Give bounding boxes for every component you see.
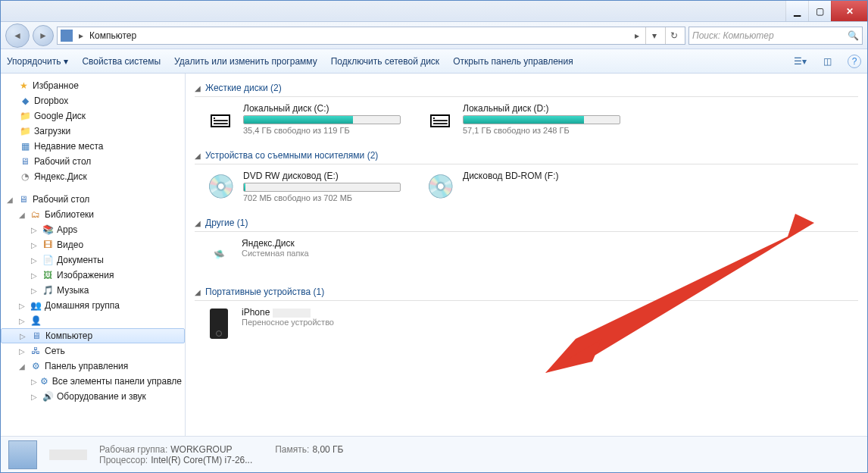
homegroup-icon: 👥 bbox=[30, 299, 42, 312]
chevron-icon: ▸ bbox=[76, 30, 86, 41]
section-header[interactable]: ◢Устройства со съемными носителями (2) bbox=[195, 147, 858, 164]
device-yandex-disk[interactable]: 🛸 Яндекс.Диск Системная папка bbox=[195, 238, 392, 271]
sidebar-item-desktop[interactable]: 🖥Рабочий стол bbox=[1, 154, 185, 169]
sidebar-item-apps[interactable]: ▷📚Apps bbox=[1, 222, 185, 237]
user-node[interactable]: ▷👤 bbox=[1, 313, 185, 328]
device-subtext: Переносное устройство bbox=[242, 318, 334, 327]
explorer-window: ▁ ▢ ✕ ◄ ► ▸ Компьютер ▸ ▾ ↻ Поиск: Компь… bbox=[0, 0, 868, 473]
network-node[interactable]: ▷🖧Сеть bbox=[1, 343, 185, 359]
sidebar-item-recent[interactable]: ▦Недавние места bbox=[1, 139, 185, 154]
capacity-bar bbox=[243, 183, 401, 192]
control-panel-node[interactable]: ◢⚙Панель управления bbox=[1, 359, 185, 374]
documents-icon: 📄 bbox=[42, 254, 54, 266]
chevron-icon: ▸ bbox=[632, 30, 642, 41]
chevron-down-icon: ▾ bbox=[802, 56, 807, 67]
organize-menu[interactable]: Упорядочить▾ bbox=[7, 56, 68, 67]
expander-icon: ◢ bbox=[7, 196, 14, 204]
drive-label: Локальный диск (C:) bbox=[243, 103, 401, 114]
drive-dvd[interactable]: 💿 DVD RW дисковод (E:) 702 МБ свободно и… bbox=[204, 171, 401, 202]
section-header[interactable]: ◢Другие (1) bbox=[195, 215, 858, 232]
hard-drive-icon: 🖴 bbox=[423, 103, 457, 133]
section-header[interactable]: ◢Жесткие диски (2) bbox=[195, 80, 858, 97]
library-icon: 📚 bbox=[42, 224, 54, 236]
navigation-tree[interactable]: ★Избранное ◆Dropbox 📁Google Диск 📁Загруз… bbox=[1, 74, 186, 436]
pictures-icon: 🖼 bbox=[42, 269, 54, 281]
iphone-icon bbox=[204, 307, 234, 340]
refresh-button[interactable]: ↻ bbox=[665, 27, 682, 44]
redacted-text bbox=[273, 309, 311, 318]
close-icon: ✕ bbox=[846, 6, 854, 17]
dvd-drive-icon: 💿 bbox=[204, 171, 237, 201]
maximize-button[interactable]: ▢ bbox=[808, 1, 831, 21]
memory-value: 8,00 ГБ bbox=[312, 444, 343, 455]
workgroup-value: WORKGROUP bbox=[170, 444, 232, 455]
sidebar-item-yandex-disk[interactable]: ◔Яндекс.Диск bbox=[1, 169, 185, 184]
computer-node[interactable]: ▷🖥Компьютер bbox=[1, 328, 185, 343]
expander-icon: ◢ bbox=[195, 288, 201, 296]
star-icon: ★ bbox=[17, 80, 30, 92]
section-hard-drives: ◢Жесткие диски (2) 🖴 Локальный диск (C:)… bbox=[195, 80, 858, 135]
drive-c[interactable]: 🖴 Локальный диск (C:) 35,4 ГБ свободно и… bbox=[204, 103, 401, 135]
sidebar-item-downloads[interactable]: 📁Загрузки bbox=[1, 124, 185, 139]
uninstall-program-button[interactable]: Удалить или изменить программу bbox=[174, 56, 317, 67]
control-panel-icon: ⚙ bbox=[40, 375, 49, 387]
sidebar-item-music[interactable]: ▷🎵Музыка bbox=[1, 283, 185, 298]
folder-icon: 📁 bbox=[19, 125, 31, 137]
body: ★Избранное ◆Dropbox 📁Google Диск 📁Загруз… bbox=[1, 74, 867, 436]
back-button[interactable]: ◄ bbox=[5, 23, 30, 48]
forward-button[interactable]: ► bbox=[33, 25, 54, 46]
sidebar-item-hardware[interactable]: ▷🔊Оборудование и звук bbox=[1, 389, 185, 404]
hard-drive-icon: 🖴 bbox=[204, 103, 237, 133]
cpu-label: Процессор: bbox=[99, 455, 148, 465]
favorites-node[interactable]: ★Избранное bbox=[1, 78, 185, 93]
sidebar-item-pictures[interactable]: ▷🖼Изображения bbox=[1, 268, 185, 283]
section-other: ◢Другие (1) 🛸 Яндекс.Диск Системная папк… bbox=[195, 215, 858, 271]
expander-icon: ◢ bbox=[19, 362, 27, 371]
sidebar-item-all-cp[interactable]: ▷⚙Все элементы панели управле bbox=[1, 374, 185, 389]
navbar: ◄ ► ▸ Компьютер ▸ ▾ ↻ Поиск: Компьютер 🔍 bbox=[1, 22, 867, 49]
control-panel-button[interactable]: Открыть панель управления bbox=[453, 56, 573, 67]
desktop-node[interactable]: ◢🖥Рабочий стол bbox=[1, 192, 185, 207]
recent-icon: ▦ bbox=[19, 140, 31, 152]
sidebar-item-videos[interactable]: ▷🎞Видео bbox=[1, 237, 185, 252]
music-icon: 🎵 bbox=[42, 284, 54, 296]
dropbox-icon: ◆ bbox=[19, 95, 31, 107]
section-header[interactable]: ◢Портативные устройства (1) bbox=[195, 283, 858, 301]
view-options-button[interactable]: ☰▾ bbox=[793, 55, 807, 68]
device-subtext: Системная папка bbox=[242, 249, 309, 258]
preview-pane-button[interactable]: ◫ bbox=[820, 55, 834, 68]
desktop-icon: 🖥 bbox=[19, 155, 31, 168]
close-button[interactable]: ✕ bbox=[831, 1, 867, 21]
drive-free-text: 57,1 ГБ свободно из 248 ГБ bbox=[463, 126, 620, 135]
drive-label: Локальный диск (D:) bbox=[463, 103, 620, 114]
libraries-icon: 🗂 bbox=[30, 208, 42, 221]
svg-marker-1 bbox=[545, 339, 602, 373]
homegroup-node[interactable]: ▷👥Домашняя группа bbox=[1, 298, 185, 313]
sidebar-item-dropbox[interactable]: ◆Dropbox bbox=[1, 93, 185, 108]
address-dropdown[interactable]: ▾ bbox=[645, 27, 662, 44]
minimize-icon: ▁ bbox=[794, 6, 801, 17]
capacity-bar bbox=[463, 115, 620, 124]
minimize-button[interactable]: ▁ bbox=[785, 1, 808, 21]
help-button[interactable]: ? bbox=[848, 55, 861, 68]
system-properties-button[interactable]: Свойства системы bbox=[82, 56, 161, 67]
sidebar-item-documents[interactable]: ▷📄Документы bbox=[1, 252, 185, 268]
libraries-node[interactable]: ◢🗂Библиотеки bbox=[1, 207, 185, 222]
bd-drive-icon: 💿 bbox=[423, 171, 457, 201]
folder-icon: 📁 bbox=[19, 110, 31, 122]
drive-label: Дисковод BD-ROM (F:) bbox=[463, 171, 620, 181]
search-input[interactable]: Поиск: Компьютер 🔍 bbox=[688, 27, 863, 45]
map-drive-button[interactable]: Подключить сетевой диск bbox=[331, 56, 439, 67]
cpu-value: Intel(R) Core(TM) i7-26... bbox=[151, 455, 252, 465]
forward-icon: ► bbox=[39, 30, 48, 41]
capacity-bar bbox=[243, 115, 401, 124]
address-bar[interactable]: ▸ Компьютер ▸ ▾ ↻ bbox=[57, 27, 685, 45]
search-placeholder: Поиск: Компьютер bbox=[692, 30, 774, 41]
sidebar-item-google-drive[interactable]: 📁Google Диск bbox=[1, 108, 185, 124]
drive-d[interactable]: 🖴 Локальный диск (D:) 57,1 ГБ свободно и… bbox=[423, 103, 620, 135]
drive-bdrom[interactable]: 💿 Дисковод BD-ROM (F:) bbox=[423, 171, 620, 202]
drive-free-text: 35,4 ГБ свободно из 119 ГБ bbox=[243, 126, 401, 135]
device-iphone[interactable]: iPhone Переносное устройство bbox=[195, 307, 392, 340]
toolbar: Упорядочить▾ Свойства системы Удалить ил… bbox=[1, 49, 867, 74]
address-text: Компьютер bbox=[89, 30, 629, 41]
